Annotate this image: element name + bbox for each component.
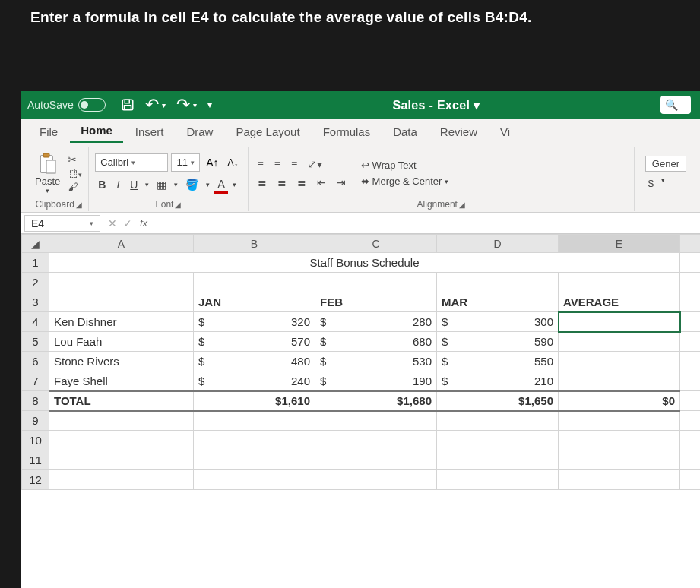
row-header[interactable]: 3 (22, 292, 49, 312)
cut-icon[interactable]: ✂ (68, 153, 82, 166)
font-name-select[interactable]: Calibri▾ (95, 153, 168, 172)
col-header-C[interactable]: C (315, 235, 437, 253)
cell[interactable] (315, 273, 437, 292)
cell[interactable]: $300 (437, 312, 559, 332)
tab-draw[interactable]: Draw (176, 121, 223, 143)
tab-data[interactable]: Data (382, 121, 428, 143)
align-top-icon[interactable]: ≡ (255, 156, 267, 172)
cell[interactable] (49, 450, 194, 470)
cell[interactable] (194, 470, 315, 490)
cell[interactable]: TOTAL (49, 391, 194, 411)
underline-button[interactable]: U (127, 177, 141, 192)
cell[interactable]: AVERAGE (559, 292, 680, 312)
cell[interactable] (559, 450, 680, 470)
decrease-indent-icon[interactable]: ⇤ (314, 175, 329, 190)
undo-caret-icon[interactable]: ▾ (162, 101, 166, 109)
paste-caret-icon[interactable]: ▾ (46, 187, 49, 194)
align-left-icon[interactable]: ≣ (255, 175, 270, 190)
cell[interactable]: $530 (315, 352, 437, 371)
cell[interactable] (437, 411, 559, 431)
cell[interactable] (559, 332, 680, 352)
clipboard-launcher-icon[interactable]: ◢ (76, 201, 82, 209)
bold-button[interactable]: B (95, 177, 109, 192)
undo-icon[interactable]: ↶ (145, 95, 159, 115)
col-header-D[interactable]: D (437, 235, 559, 253)
cell[interactable] (559, 431, 680, 450)
cell[interactable]: MAR (437, 292, 559, 312)
cell[interactable] (680, 332, 701, 352)
borders-icon[interactable]: ▦ (154, 177, 169, 192)
save-icon[interactable] (121, 98, 135, 112)
row-header[interactable]: 6 (22, 352, 49, 371)
cancel-formula-icon[interactable]: ✕ (108, 217, 117, 229)
cell[interactable] (680, 391, 701, 411)
fill-color-icon[interactable]: 🪣 (182, 177, 201, 192)
cell[interactable] (437, 450, 559, 470)
cell[interactable] (680, 450, 701, 470)
name-box[interactable]: E4▾ (24, 215, 100, 232)
search-button[interactable]: 🔍 (660, 96, 691, 114)
row-header[interactable]: 8 (22, 391, 49, 411)
cell[interactable] (559, 411, 680, 431)
tab-page-layout[interactable]: Page Layout (225, 121, 310, 143)
merge-center-button[interactable]: ⬌Merge & Center ▾ (361, 175, 449, 187)
cell[interactable] (680, 470, 701, 490)
cell[interactable]: Faye Shell (49, 371, 194, 391)
cell[interactable]: JAN (194, 292, 315, 312)
cell[interactable] (437, 273, 559, 292)
row-header[interactable]: 2 (22, 273, 49, 292)
cell[interactable]: $480 (194, 352, 315, 371)
col-header-A[interactable]: A (49, 235, 194, 253)
cell[interactable]: Stone Rivers (49, 352, 194, 371)
cell[interactable]: $570 (194, 332, 315, 352)
row-header[interactable]: 12 (22, 470, 49, 490)
row-header[interactable]: 4 (22, 312, 49, 332)
cell[interactable] (680, 431, 701, 450)
enter-formula-icon[interactable]: ✓ (123, 217, 132, 229)
increase-font-icon[interactable]: A↑ (203, 155, 221, 170)
redo-icon[interactable]: ↷ (176, 95, 190, 115)
autosave-switch-icon[interactable] (78, 98, 106, 112)
tab-review[interactable]: Review (429, 121, 488, 143)
cell[interactable] (680, 371, 701, 391)
paste-button[interactable]: Paste ▾ (35, 153, 60, 194)
cell[interactable]: $190 (315, 371, 437, 391)
cell[interactable] (49, 411, 194, 431)
tab-insert[interactable]: Insert (125, 121, 175, 143)
cell[interactable] (559, 371, 680, 391)
cell[interactable]: $680 (315, 332, 437, 352)
col-header-F[interactable]: F (680, 235, 701, 253)
cell[interactable] (49, 273, 194, 292)
cell[interactable]: $550 (437, 352, 559, 371)
cell-title[interactable]: Staff Bonus Schedule (49, 253, 680, 273)
cell[interactable] (315, 450, 437, 470)
cell[interactable]: $1,680 (315, 391, 437, 411)
align-middle-icon[interactable]: ≡ (271, 156, 283, 172)
cell[interactable] (49, 292, 194, 312)
align-center-icon[interactable]: ≣ (274, 175, 290, 190)
cell[interactable]: $280 (315, 312, 437, 332)
tab-home[interactable]: Home (70, 119, 123, 143)
cell[interactable]: FEB (315, 292, 437, 312)
tab-formulas[interactable]: Formulas (312, 121, 382, 143)
tab-file[interactable]: File (29, 121, 68, 143)
copy-icon[interactable]: ⿻▾ (68, 167, 82, 179)
decrease-font-icon[interactable]: A↓ (225, 156, 242, 169)
row-header[interactable]: 9 (22, 411, 49, 431)
cell[interactable] (49, 431, 194, 450)
select-all-corner[interactable]: ◢ (22, 235, 49, 253)
cell[interactable] (559, 352, 680, 371)
currency-icon[interactable]: $ (645, 176, 657, 191)
cell[interactable]: $210 (437, 371, 559, 391)
cell[interactable]: $1,650 (437, 391, 559, 411)
tab-view[interactable]: Vi (489, 121, 521, 143)
cell[interactable] (315, 411, 437, 431)
align-bottom-icon[interactable]: ≡ (288, 156, 300, 172)
align-right-icon[interactable]: ≣ (294, 175, 309, 190)
cell[interactable] (315, 470, 437, 490)
cell[interactable]: Ken Dishner (49, 312, 194, 332)
autosave-toggle[interactable]: AutoSave (27, 98, 106, 112)
cell[interactable] (680, 273, 701, 292)
cell[interactable] (559, 470, 680, 490)
row-header[interactable]: 5 (22, 332, 49, 352)
